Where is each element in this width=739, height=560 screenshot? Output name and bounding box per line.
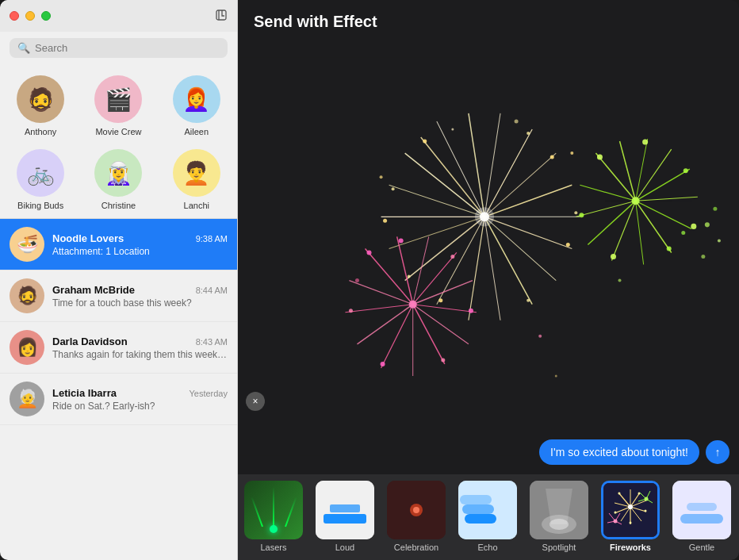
minimize-traffic-light[interactable] (25, 11, 35, 21)
contact-name-movie-crew: Movie Crew (95, 127, 141, 136)
avatar-aileen: 👩‍🦰 (173, 75, 220, 123)
contact-name-aileen: Aileen (185, 127, 209, 136)
svg-point-128 (645, 497, 649, 501)
send-button[interactable]: ↑ (706, 440, 729, 464)
maximize-traffic-light[interactable] (41, 11, 51, 21)
svg-point-47 (349, 309, 353, 313)
avatar-biking-buds: 🚲 (17, 149, 64, 197)
laser-line-center (273, 487, 274, 527)
effect-spotlight[interactable]: Spotlight (523, 481, 595, 552)
svg-rect-96 (462, 504, 494, 514)
pinned-contact-anthony[interactable]: 🧔 Anthony (3, 71, 78, 141)
laser-beam (270, 525, 278, 533)
svg-point-68 (579, 213, 584, 217)
svg-point-69 (611, 254, 616, 259)
search-bar[interactable]: 🔍 (10, 38, 228, 58)
svg-point-49 (441, 358, 445, 362)
effect-thumb-loud (316, 481, 374, 539)
avatar-darla-davidson: 👩 (10, 330, 44, 365)
laser-line-right (285, 497, 297, 527)
svg-point-30 (526, 132, 530, 135)
effect-loud[interactable]: Loud (309, 481, 381, 552)
avatar-lanchi: 🧑‍🦱 (173, 149, 220, 197)
conversation-leticia-ibarra[interactable]: 🧑‍🦳 Leticia Ibarra Yesterday Ride on Sat… (0, 374, 237, 425)
avatar-noodle-lovers: 🍜 (10, 227, 44, 262)
contact-name-lanchi: Lanchi (184, 201, 209, 210)
svg-point-70 (667, 246, 672, 251)
svg-point-82 (451, 128, 454, 130)
effect-fireworks[interactable]: Fireworks (595, 481, 666, 552)
effect-gentle[interactable]: Gentle (666, 481, 737, 552)
effect-echo[interactable]: Echo (452, 481, 523, 552)
conv-content-leticia: Leticia Ibarra Yesterday Ride on Sat.? E… (52, 387, 228, 412)
svg-rect-97 (460, 495, 492, 504)
compose-button[interactable] (215, 9, 228, 24)
titlebar (0, 0, 237, 32)
pinned-contact-movie-crew[interactable]: 🎬 Movie Crew (81, 71, 155, 141)
avatar-leticia-ibarra: 🧑‍🦳 (10, 382, 44, 416)
main-content: Send with Effect (238, 0, 739, 560)
avatar-christine: 🧝‍♀️ (94, 149, 142, 197)
celebration-svg (387, 481, 446, 539)
svg-point-21 (423, 140, 427, 144)
pinned-contact-aileen[interactable]: 👩‍🦰 Aileen (159, 71, 234, 141)
contact-name-christine: Christine (101, 201, 136, 210)
svg-rect-89 (324, 514, 366, 524)
pinned-contact-lanchi[interactable]: 🧑‍🦱 Lanchi (159, 144, 234, 215)
svg-rect-1 (238, 58, 739, 456)
svg-point-26 (526, 299, 530, 302)
effect-thumb-gentle (672, 481, 731, 539)
svg-rect-0 (216, 10, 226, 20)
svg-point-81 (570, 152, 573, 155)
svg-point-73 (642, 140, 648, 145)
effect-label-celebration: Celebration (394, 543, 438, 552)
conv-name-noodle-lovers: Noodle Lovers (52, 232, 124, 244)
conversation-graham-mcbride[interactable]: 🧔 Graham McBride 8:44 AM Time for a touc… (0, 270, 237, 322)
close-effect-button[interactable]: × (246, 392, 265, 411)
conv-content-graham: Graham McBride 8:44 AM Time for a touch … (52, 284, 228, 309)
svg-point-116 (645, 510, 647, 512)
conv-content-noodle-lovers: Noodle Lovers 9:38 AM Attachment: 1 Loca… (52, 232, 228, 257)
effect-label-gentle: Gentle (689, 543, 714, 552)
search-input[interactable] (35, 42, 220, 54)
svg-point-123 (614, 520, 618, 524)
conv-name-leticia: Leticia Ibarra (52, 387, 117, 399)
svg-point-50 (469, 309, 473, 313)
effect-thumb-fireworks (601, 481, 660, 539)
svg-point-78 (632, 197, 640, 205)
svg-point-115 (630, 522, 632, 524)
conv-preview-noodle-lovers: Attachment: 1 Location (52, 246, 228, 257)
conversation-noodle-lovers[interactable]: 🍜 Noodle Lovers 9:38 AM Attachment: 1 Lo… (0, 219, 237, 270)
message-bubble-area: I'm so excited about tonight! ↑ (539, 439, 729, 465)
svg-point-75 (713, 207, 717, 211)
conv-name-graham: Graham McBride (52, 284, 135, 296)
effect-celebration[interactable]: Celebration (381, 481, 452, 552)
conv-time-darla: 8:43 AM (196, 337, 228, 347)
svg-rect-130 (680, 514, 723, 524)
svg-point-53 (409, 301, 417, 309)
effect-lasers[interactable]: Lasers (238, 481, 309, 552)
close-traffic-light[interactable] (10, 11, 19, 21)
pinned-contact-biking-buds[interactable]: 🚲 Biking Buds (3, 144, 78, 215)
pinned-contact-christine[interactable]: 🧝‍♀️ Christine (81, 144, 155, 215)
conversation-darla-davidson[interactable]: 👩 Darla Davidson 8:43 AM Thanks again fo… (0, 322, 237, 374)
effect-label-fireworks: Fireworks (610, 543, 651, 552)
effect-label-loud: Loud (335, 543, 354, 552)
svg-point-86 (355, 278, 359, 282)
svg-point-52 (399, 238, 404, 243)
contact-name-anthony: Anthony (25, 127, 56, 136)
conv-time-leticia: Yesterday (189, 389, 228, 398)
send-with-effect-header: Send with Effect (238, 0, 739, 39)
svg-point-25 (438, 298, 442, 302)
fireworks-thumb-svg (603, 483, 657, 537)
conv-time-graham: 8:44 AM (196, 286, 228, 295)
echo-svg (458, 481, 517, 539)
loud-svg (316, 481, 374, 539)
spotlight-svg (530, 481, 588, 539)
sidebar: 🔍 🧔 Anthony 🎬 Movie Crew 👩‍🦰 Aileen 🚲 Bi… (0, 0, 238, 560)
svg-point-118 (628, 504, 633, 509)
conv-name-darla: Darla Davidson (52, 336, 128, 347)
effect-thumb-spotlight (530, 481, 588, 539)
svg-point-29 (550, 155, 554, 159)
message-bubble: I'm so excited about tonight! (539, 439, 699, 465)
